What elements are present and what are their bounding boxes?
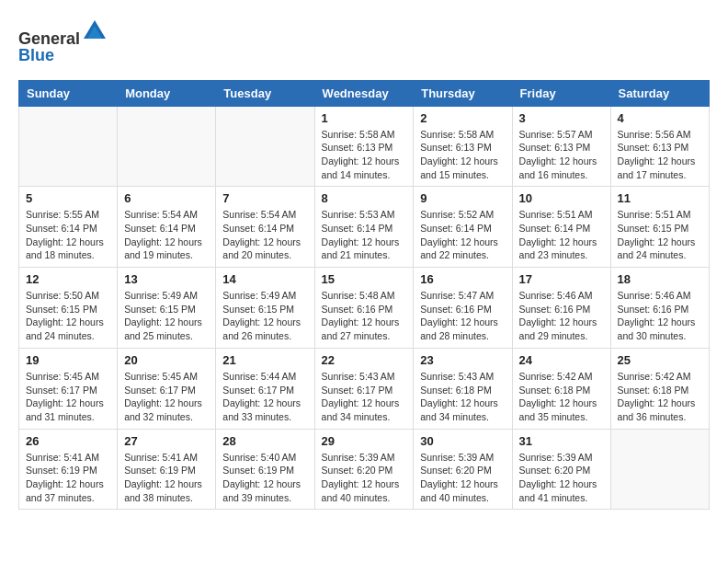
logo: General Blue <box>18 18 108 65</box>
day-number: 31 <box>519 434 604 448</box>
calendar-day-cell: 18Sunrise: 5:46 AM Sunset: 6:16 PM Dayli… <box>610 268 709 349</box>
calendar-day-cell: 23Sunrise: 5:43 AM Sunset: 6:18 PM Dayli… <box>414 348 512 429</box>
calendar-day-cell: 22Sunrise: 5:43 AM Sunset: 6:17 PM Dayli… <box>314 348 414 429</box>
calendar-day-cell: 7Sunrise: 5:54 AM Sunset: 6:14 PM Daylig… <box>216 187 314 268</box>
day-number: 14 <box>222 272 307 286</box>
day-number: 3 <box>519 111 604 125</box>
day-number: 15 <box>322 272 407 286</box>
day-info: Sunrise: 5:54 AM Sunset: 6:14 PM Dayligh… <box>222 208 307 262</box>
day-info: Sunrise: 5:51 AM Sunset: 6:14 PM Dayligh… <box>519 208 604 262</box>
calendar-day-cell: 28Sunrise: 5:40 AM Sunset: 6:19 PM Dayli… <box>216 429 314 510</box>
calendar-day-cell: 26Sunrise: 5:41 AM Sunset: 6:19 PM Dayli… <box>19 429 118 510</box>
calendar-day-cell: 12Sunrise: 5:50 AM Sunset: 6:15 PM Dayli… <box>19 268 118 349</box>
day-number: 9 <box>420 191 505 205</box>
day-of-week-header: Saturday <box>610 80 709 106</box>
calendar-day-cell <box>216 106 314 187</box>
calendar-day-cell: 20Sunrise: 5:45 AM Sunset: 6:17 PM Dayli… <box>118 348 216 429</box>
day-of-week-header: Thursday <box>414 80 512 106</box>
calendar-day-cell: 11Sunrise: 5:51 AM Sunset: 6:15 PM Dayli… <box>610 187 709 268</box>
calendar-day-cell: 25Sunrise: 5:42 AM Sunset: 6:18 PM Dayli… <box>610 348 709 429</box>
calendar-day-cell: 4Sunrise: 5:56 AM Sunset: 6:13 PM Daylig… <box>610 106 709 187</box>
day-info: Sunrise: 5:42 AM Sunset: 6:18 PM Dayligh… <box>519 370 604 424</box>
day-number: 11 <box>618 191 702 205</box>
calendar-day-cell <box>19 106 118 187</box>
calendar-table: SundayMondayTuesdayWednesdayThursdayFrid… <box>18 80 710 511</box>
day-info: Sunrise: 5:47 AM Sunset: 6:16 PM Dayligh… <box>420 289 505 343</box>
day-info: Sunrise: 5:55 AM Sunset: 6:14 PM Dayligh… <box>26 208 110 262</box>
day-number: 20 <box>124 353 209 367</box>
day-number: 8 <box>322 191 407 205</box>
calendar-day-cell: 3Sunrise: 5:57 AM Sunset: 6:13 PM Daylig… <box>512 106 610 187</box>
day-number: 10 <box>519 191 604 205</box>
calendar-day-cell: 9Sunrise: 5:52 AM Sunset: 6:14 PM Daylig… <box>414 187 512 268</box>
calendar-day-cell: 14Sunrise: 5:49 AM Sunset: 6:15 PM Dayli… <box>216 268 314 349</box>
day-info: Sunrise: 5:45 AM Sunset: 6:17 PM Dayligh… <box>124 370 209 424</box>
day-number: 23 <box>420 353 505 367</box>
day-info: Sunrise: 5:40 AM Sunset: 6:19 PM Dayligh… <box>222 451 307 505</box>
calendar-day-cell: 27Sunrise: 5:41 AM Sunset: 6:19 PM Dayli… <box>118 429 216 510</box>
calendar-day-cell: 17Sunrise: 5:46 AM Sunset: 6:16 PM Dayli… <box>512 268 610 349</box>
page-header: General Blue <box>18 18 710 65</box>
logo-icon <box>82 18 108 44</box>
day-info: Sunrise: 5:58 AM Sunset: 6:13 PM Dayligh… <box>322 128 407 182</box>
calendar-week-row: 1Sunrise: 5:58 AM Sunset: 6:13 PM Daylig… <box>19 106 710 187</box>
day-number: 29 <box>322 434 407 448</box>
day-number: 6 <box>124 191 209 205</box>
day-info: Sunrise: 5:41 AM Sunset: 6:19 PM Dayligh… <box>124 451 209 505</box>
day-number: 16 <box>420 272 505 286</box>
day-info: Sunrise: 5:50 AM Sunset: 6:15 PM Dayligh… <box>26 289 110 343</box>
calendar-day-cell: 16Sunrise: 5:47 AM Sunset: 6:16 PM Dayli… <box>414 268 512 349</box>
day-number: 1 <box>322 111 407 125</box>
day-info: Sunrise: 5:46 AM Sunset: 6:16 PM Dayligh… <box>519 289 604 343</box>
day-info: Sunrise: 5:39 AM Sunset: 6:20 PM Dayligh… <box>322 451 407 505</box>
day-info: Sunrise: 5:41 AM Sunset: 6:19 PM Dayligh… <box>26 451 110 505</box>
calendar-day-cell: 19Sunrise: 5:45 AM Sunset: 6:17 PM Dayli… <box>19 348 118 429</box>
day-number: 25 <box>618 353 702 367</box>
calendar-day-cell: 8Sunrise: 5:53 AM Sunset: 6:14 PM Daylig… <box>314 187 414 268</box>
day-info: Sunrise: 5:39 AM Sunset: 6:20 PM Dayligh… <box>519 451 604 505</box>
day-info: Sunrise: 5:45 AM Sunset: 6:17 PM Dayligh… <box>26 370 110 424</box>
calendar-header-row: SundayMondayTuesdayWednesdayThursdayFrid… <box>19 80 710 106</box>
calendar-day-cell: 5Sunrise: 5:55 AM Sunset: 6:14 PM Daylig… <box>19 187 118 268</box>
day-info: Sunrise: 5:51 AM Sunset: 6:15 PM Dayligh… <box>618 208 702 262</box>
calendar-day-cell <box>118 106 216 187</box>
day-info: Sunrise: 5:58 AM Sunset: 6:13 PM Dayligh… <box>420 128 505 182</box>
calendar-day-cell: 2Sunrise: 5:58 AM Sunset: 6:13 PM Daylig… <box>414 106 512 187</box>
calendar-day-cell: 29Sunrise: 5:39 AM Sunset: 6:20 PM Dayli… <box>314 429 414 510</box>
day-number: 7 <box>222 191 307 205</box>
day-info: Sunrise: 5:39 AM Sunset: 6:20 PM Dayligh… <box>420 451 505 505</box>
day-info: Sunrise: 5:43 AM Sunset: 6:17 PM Dayligh… <box>322 370 407 424</box>
day-info: Sunrise: 5:42 AM Sunset: 6:18 PM Dayligh… <box>618 370 702 424</box>
day-number: 13 <box>124 272 209 286</box>
calendar-day-cell: 1Sunrise: 5:58 AM Sunset: 6:13 PM Daylig… <box>314 106 414 187</box>
calendar-day-cell <box>610 429 709 510</box>
day-number: 30 <box>420 434 505 448</box>
day-of-week-header: Tuesday <box>216 80 314 106</box>
calendar-day-cell: 15Sunrise: 5:48 AM Sunset: 6:16 PM Dayli… <box>314 268 414 349</box>
day-number: 24 <box>519 353 604 367</box>
calendar-day-cell: 21Sunrise: 5:44 AM Sunset: 6:17 PM Dayli… <box>216 348 314 429</box>
day-of-week-header: Monday <box>118 80 216 106</box>
day-number: 26 <box>26 434 110 448</box>
day-info: Sunrise: 5:43 AM Sunset: 6:18 PM Dayligh… <box>420 370 505 424</box>
day-info: Sunrise: 5:57 AM Sunset: 6:13 PM Dayligh… <box>519 128 604 182</box>
calendar-day-cell: 24Sunrise: 5:42 AM Sunset: 6:18 PM Dayli… <box>512 348 610 429</box>
calendar-day-cell: 13Sunrise: 5:49 AM Sunset: 6:15 PM Dayli… <box>118 268 216 349</box>
day-number: 18 <box>618 272 702 286</box>
day-number: 21 <box>222 353 307 367</box>
day-info: Sunrise: 5:54 AM Sunset: 6:14 PM Dayligh… <box>124 208 209 262</box>
day-number: 17 <box>519 272 604 286</box>
day-number: 28 <box>222 434 307 448</box>
day-number: 22 <box>322 353 407 367</box>
day-number: 12 <box>26 272 110 286</box>
calendar-week-row: 26Sunrise: 5:41 AM Sunset: 6:19 PM Dayli… <box>19 429 710 510</box>
day-of-week-header: Friday <box>512 80 610 106</box>
day-info: Sunrise: 5:52 AM Sunset: 6:14 PM Dayligh… <box>420 208 505 262</box>
calendar-day-cell: 31Sunrise: 5:39 AM Sunset: 6:20 PM Dayli… <box>512 429 610 510</box>
day-of-week-header: Wednesday <box>314 80 414 106</box>
day-number: 19 <box>26 353 110 367</box>
day-info: Sunrise: 5:49 AM Sunset: 6:15 PM Dayligh… <box>124 289 209 343</box>
day-info: Sunrise: 5:44 AM Sunset: 6:17 PM Dayligh… <box>222 370 307 424</box>
day-info: Sunrise: 5:53 AM Sunset: 6:14 PM Dayligh… <box>322 208 407 262</box>
calendar-week-row: 5Sunrise: 5:55 AM Sunset: 6:14 PM Daylig… <box>19 187 710 268</box>
